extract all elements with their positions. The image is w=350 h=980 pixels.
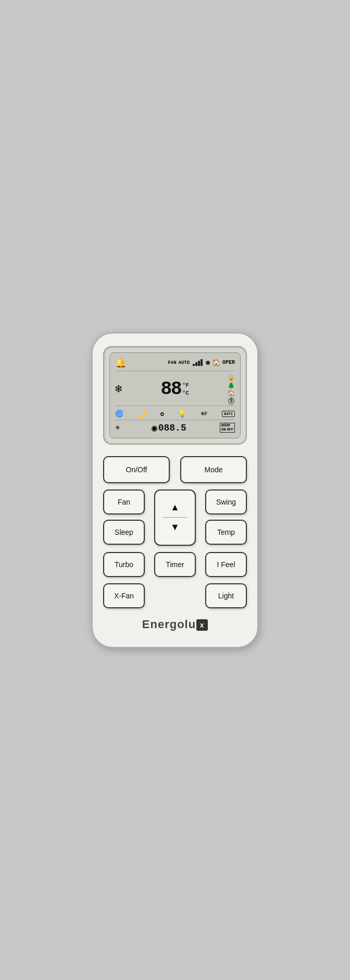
fan-label: FAN: [168, 360, 176, 365]
fan-bar-3: [198, 361, 200, 366]
temp-button[interactable]: Temp: [205, 520, 247, 545]
bulb-icon: 💡: [178, 410, 186, 418]
home-icon: 🏠: [228, 390, 235, 397]
fan-sweep-icon: ◉: [152, 422, 157, 434]
wifi-badge: WiFi: [222, 411, 235, 417]
buttons-section: On/Off Mode Fan Sleep ▲ ▼ Swing Temp Tur…: [103, 456, 247, 608]
moon-icon: 🌙: [138, 410, 146, 418]
display-top-right: FAN AUTO ⊛ 🏠 OPER: [168, 359, 235, 367]
light-button[interactable]: Light: [205, 583, 247, 608]
fan-bar-2: [195, 362, 197, 366]
celsius-unit: °C: [182, 389, 189, 397]
down-arrow-icon[interactable]: ▼: [170, 522, 180, 533]
display-timer-row: ☀ ◉ 088.5 HOUR ON OFF: [115, 422, 235, 434]
left-col: Fan Sleep: [103, 489, 145, 546]
right-col: Swing Temp: [205, 489, 247, 546]
temp-digits: 88: [160, 380, 181, 399]
on-off-button[interactable]: On/Off: [103, 456, 170, 483]
on-off-row: ON OFF: [221, 428, 233, 432]
on-label: ON: [221, 428, 226, 432]
remote-control: 🔔 FAN AUTO ⊛ 🏠 OPER ❄: [92, 333, 258, 648]
fan-spin-icon: ⊛: [206, 359, 210, 367]
oper-label: OPER: [222, 360, 235, 365]
row-fan-arrows-swing: Fan Sleep ▲ ▼ Swing Temp: [103, 489, 247, 546]
turbo-button[interactable]: Turbo: [103, 552, 145, 577]
sun-icon: ☀: [115, 423, 120, 433]
display-icons-row: 🌀 🌙 ✿ 💡 ❄F WiFi: [115, 408, 235, 420]
fan-bar-4: [201, 359, 203, 366]
row-on-off-mode: On/Off Mode: [103, 456, 247, 483]
lcd-display-inner: 🔔 FAN AUTO ⊛ 🏠 OPER ❄: [109, 352, 241, 438]
home-wifi-icon: 🏠: [212, 359, 220, 367]
fan-bars: [193, 359, 203, 366]
timer-fan-area: ◉ 088.5: [152, 422, 186, 434]
row-turbo-timer-ifeel: Turbo Timer I Feel: [103, 552, 247, 577]
fan-bar-1: [193, 364, 195, 366]
auto-label: AUTO: [179, 360, 190, 365]
dollar-icon: $: [228, 398, 234, 405]
mode-button[interactable]: Mode: [180, 456, 247, 483]
snowflake-small-icon: ❄F: [201, 410, 208, 417]
up-arrow-icon[interactable]: ▲: [170, 502, 180, 513]
fahrenheit-unit: °F: [182, 382, 189, 389]
i-feel-button[interactable]: I Feel: [205, 552, 247, 577]
temp-right-icons: 🔒 🌲 🏠 $: [228, 374, 235, 405]
flower-icon: ✿: [160, 410, 164, 418]
swing-button[interactable]: Swing: [205, 489, 247, 514]
fan-button[interactable]: Fan: [103, 489, 145, 514]
display-temp-row: ❄ 88 °F °C 🔒 🌲 🏠 $: [115, 373, 235, 406]
snowflake-icon: ❄: [115, 382, 122, 396]
hour-on-off-box: HOUR ON OFF: [220, 423, 235, 433]
lcd-display-outer: 🔔 FAN AUTO ⊛ 🏠 OPER ❄: [103, 346, 247, 445]
lock-icon: 🔒: [228, 374, 235, 381]
off-label: OFF: [227, 428, 233, 432]
brand-text: Energolu: [142, 618, 196, 631]
timer-digits: 088.5: [158, 423, 186, 433]
sleep-button[interactable]: Sleep: [103, 520, 145, 545]
x-fan-button[interactable]: X-Fan: [103, 583, 145, 608]
bell-icon: 🔔: [115, 357, 127, 369]
brand-x-icon: x: [196, 619, 208, 631]
brand-label: Energolux: [103, 618, 247, 631]
tree-icon: 🌲: [228, 382, 235, 389]
wind-icon: 🌀: [115, 410, 123, 418]
display-top-row: 🔔 FAN AUTO ⊛ 🏠 OPER: [115, 357, 235, 371]
arrow-divider: [163, 517, 187, 518]
temp-display: 88 °F °C: [160, 380, 189, 399]
timer-button[interactable]: Timer: [154, 552, 196, 577]
row-xfan-light: X-Fan Light: [103, 583, 247, 608]
temp-units: °F °C: [182, 382, 189, 397]
arrow-button[interactable]: ▲ ▼: [154, 489, 196, 546]
